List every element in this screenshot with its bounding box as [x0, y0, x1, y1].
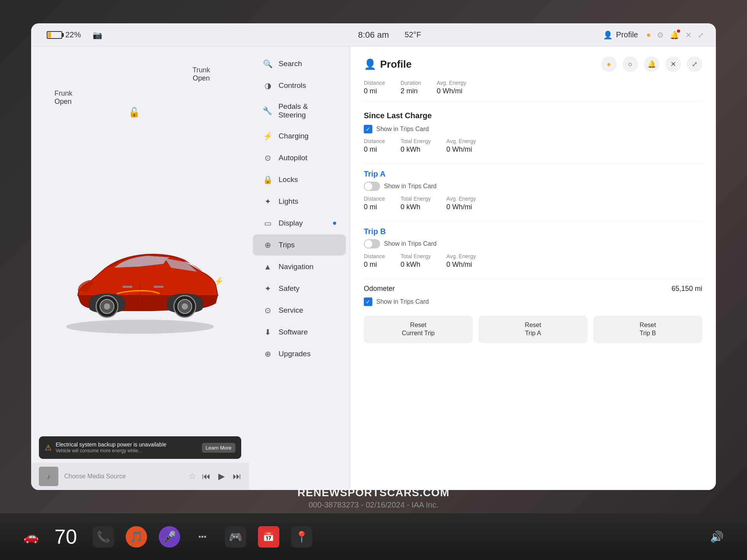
svg-rect-9 [154, 286, 163, 288]
nav-item-charging[interactable]: ⚡ Charging [253, 126, 346, 147]
duration-value: 2 min [400, 87, 421, 95]
reset-trip-b-button[interactable]: ResetTrip B [593, 316, 702, 343]
odometer-show-label: Show in Trips Card [376, 298, 429, 305]
pedals-icon: 🔧 [263, 106, 272, 116]
nav-item-search[interactable]: 🔍 Search [253, 53, 346, 74]
nav-item-safety[interactable]: ✦ Safety [253, 278, 346, 299]
watermark-info: 000-38783273 - 02/16/2024 - IAA Inc. [298, 500, 450, 509]
orange-header-icon[interactable]: ● [601, 56, 617, 72]
search-icon: 🔍 [263, 59, 273, 69]
trip-a-section: Trip A Show in Trips Card Distance 0 mi … [364, 170, 702, 211]
nav-item-pedals[interactable]: 🔧 Pedals & Steering [253, 97, 346, 125]
autopilot-label: Autopilot [279, 154, 307, 162]
nav-item-service[interactable]: ⊙ Service [253, 300, 346, 321]
stat-distance: Distance 0 mi [364, 80, 385, 95]
learn-more-button[interactable]: Learn More [202, 443, 235, 453]
trip-b-toggle[interactable] [364, 239, 380, 248]
trips-panel: 👤 Profile ● ○ 🔔 ✕ ⤢ Distance 0 mi [350, 47, 716, 490]
profile-person-icon: 👤 [364, 58, 376, 70]
media-source-label[interactable]: Choose Media Source [64, 473, 182, 480]
status-profile[interactable]: 👤 Profile [603, 30, 638, 40]
nav-item-controls[interactable]: ◑ Controls [253, 75, 346, 96]
odometer-section: Odometer 65,150 mi ✓ Show in Trips Card [364, 285, 702, 306]
divider-2 [364, 221, 702, 221]
display-icon: ▭ [263, 218, 273, 228]
favorite-icon[interactable]: ☆ [188, 471, 196, 481]
svg-point-3 [104, 303, 110, 310]
taskbar-games-icon[interactable]: 🎮 [225, 526, 246, 548]
svg-point-0 [66, 320, 214, 334]
watermark-brand: RENEWSPORTSCARS.COM [298, 486, 450, 499]
distance-value: 0 mi [364, 87, 385, 95]
odometer-checkbox[interactable]: ✓ [364, 298, 372, 306]
status-time: 8:06 am [358, 30, 389, 40]
taskbar-more-icon[interactable]: ••• [192, 526, 213, 548]
profile-label: Profile [616, 30, 638, 39]
since-last-charge-checkbox[interactable]: ✓ [364, 125, 372, 133]
locks-label: Locks [279, 175, 298, 184]
divider-1 [364, 163, 702, 164]
profile-icon: 👤 [603, 30, 613, 40]
battery-percent: 22% [65, 30, 81, 39]
autopilot-icon: ⊙ [263, 153, 273, 163]
taskbar-map-icon[interactable]: 📍 [291, 526, 312, 548]
orange-icon: ● [646, 30, 651, 39]
next-track-button[interactable]: ⏭ [233, 471, 241, 481]
tb-distance: Distance 0 mi [364, 253, 385, 269]
nav-item-autopilot[interactable]: ⊙ Autopilot [253, 147, 346, 168]
play-pause-button[interactable]: ▶ [218, 471, 225, 481]
nav-item-locks[interactable]: 🔒 Locks [253, 169, 346, 190]
charging-label: Charging [279, 132, 309, 140]
nav-item-lights[interactable]: ✦ Lights [253, 191, 346, 212]
taskbar-calendar-icon[interactable]: 📅 [258, 526, 279, 548]
slc-distance: Distance 0 mi [364, 138, 385, 154]
car-svg: ⚡ [54, 218, 226, 342]
nav-item-display[interactable]: ▭ Display [253, 213, 346, 234]
software-label: Software [279, 328, 308, 336]
navigation-label: Navigation [279, 262, 314, 271]
reset-buttons: ResetCurrent Trip ResetTrip A ResetTrip … [364, 316, 702, 343]
upgrades-label: Upgrades [279, 350, 310, 358]
prev-track-button[interactable]: ⏮ [202, 471, 210, 481]
settings-icon[interactable]: ⚙ [657, 30, 664, 40]
nav-item-upgrades[interactable]: ⊕ Upgrades [253, 343, 346, 364]
expand-icon[interactable]: ⤢ [698, 30, 704, 40]
bell-header-icon[interactable]: 🔔 [644, 56, 659, 72]
main-content: Trunk Open Frunk Open 🔓 [31, 47, 716, 490]
trip-b-stats: Distance 0 mi Total Energy 0 kWh Avg. En… [364, 253, 702, 269]
taskbar-voice-icon[interactable]: 🎤 [159, 526, 180, 548]
taskbar-car-icon[interactable]: 🚗 [23, 529, 39, 544]
ta-distance: Distance 0 mi [364, 196, 385, 211]
stat-duration: Duration 2 min [400, 80, 421, 95]
nav-item-trips[interactable]: ⊕ Trips [253, 234, 346, 256]
since-last-charge-show-label: Show in Trips Card [376, 126, 429, 133]
trip-a-toggle[interactable] [364, 182, 380, 191]
trip-a-stats: Distance 0 mi Total Energy 0 kWh Avg. En… [364, 196, 702, 211]
x-icon[interactable]: ✕ [685, 30, 692, 40]
bell-icon[interactable]: 🔔 [670, 30, 679, 40]
trips-label: Trips [279, 241, 295, 249]
nav-item-software[interactable]: ⬇ Software [253, 322, 346, 343]
close-header-button[interactable]: ✕ [665, 56, 681, 72]
trip-a-show-label: Show in Trips Card [384, 183, 437, 190]
circle-header-icon[interactable]: ○ [622, 56, 638, 72]
distance-label: Distance [364, 80, 385, 86]
taskbar: 🚗 70 📞 🎵 🎤 ••• 🎮 📅 📍 🔊 [0, 513, 747, 560]
nav-item-navigation[interactable]: ▲ Navigation [253, 256, 346, 277]
expand-header-button[interactable]: ⤢ [687, 56, 702, 72]
svg-text:⚡: ⚡ [214, 276, 224, 286]
taskbar-music-icon[interactable]: 🎵 [126, 526, 147, 548]
reset-trip-a-button[interactable]: ResetTrip A [479, 316, 587, 343]
search-label: Search [279, 60, 302, 68]
trip-b-section: Trip B Show in Trips Card Distance 0 mi … [364, 227, 702, 269]
volume-icon[interactable]: 🔊 [710, 530, 724, 543]
speed-display: 70 [54, 525, 77, 548]
trips-icon: ⊕ [263, 240, 273, 250]
status-temperature: 52°F [405, 30, 421, 39]
divider-3 [364, 278, 702, 279]
avg-energy-label: Avg. Energy [437, 80, 466, 86]
taskbar-phone-icon[interactable]: 📞 [93, 526, 114, 548]
media-bar: ♪ Choose Media Source ☆ ⏮ ▶ ⏭ [31, 463, 249, 490]
reset-current-trip-button[interactable]: ResetCurrent Trip [364, 316, 473, 343]
car-panel: Trunk Open Frunk Open 🔓 [31, 47, 249, 490]
